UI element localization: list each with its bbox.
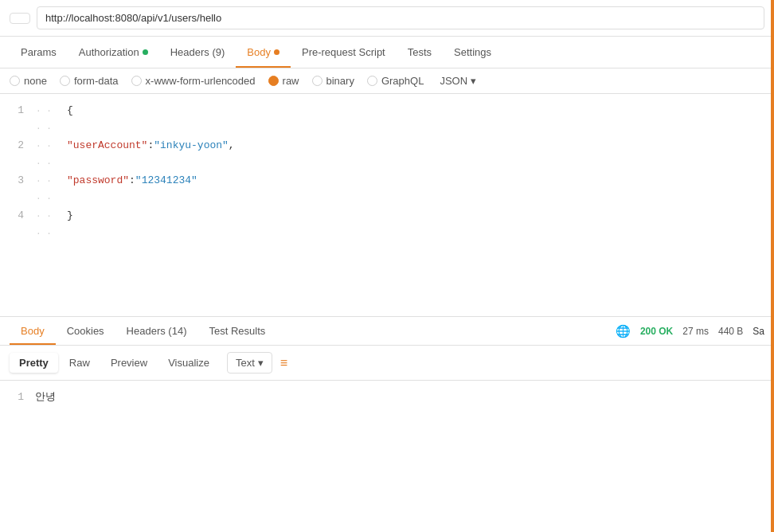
line-number-1: 1 [0, 102, 32, 119]
tab-tests[interactable]: Tests [397, 37, 443, 68]
radio-graphql[interactable]: GraphQL [367, 75, 424, 87]
line-number-2: 2 [0, 137, 32, 155]
radio-label-raw: raw [283, 75, 299, 87]
resp-opt-visualize[interactable]: Visualize [158, 353, 219, 373]
radio-circle-graphql [367, 76, 377, 86]
radio-label-urlencoded: x-www-form-urlencoded [146, 75, 256, 87]
json-type-dropdown[interactable]: JSON▾ [440, 75, 476, 87]
tab-body[interactable]: Body [236, 37, 291, 68]
method-selector[interactable] [10, 13, 30, 24]
line-gutter-2: · · · · [32, 137, 64, 172]
text-dropdown-label: Text [236, 357, 255, 369]
tab-prerequest[interactable]: Pre-request Script [291, 37, 397, 68]
request-tabs: ParamsAuthorizationHeaders (9)BodyPre-re… [0, 37, 774, 68]
radio-label-form-data: form-data [74, 75, 119, 87]
text-type-dropdown[interactable]: Text▾ [227, 352, 272, 374]
line-gutter-3: · · · · [32, 172, 64, 207]
resp-line-1: 1안녕 [0, 389, 774, 406]
line-content-1: { [64, 102, 774, 119]
line-number-3: 3 [0, 172, 32, 190]
radio-form-data[interactable]: form-data [60, 75, 119, 87]
line-gutter-4: · · · · [32, 207, 64, 242]
radio-circle-raw [268, 76, 279, 86]
radio-label-none: none [24, 75, 47, 87]
radio-label-binary: binary [326, 75, 354, 87]
url-bar [0, 0, 774, 37]
radio-raw[interactable]: raw [268, 75, 299, 87]
tab-dot-body [274, 49, 280, 55]
json-type-label: JSON [440, 75, 467, 87]
resp-opt-preview[interactable]: Preview [101, 353, 157, 373]
right-accent [771, 0, 774, 444]
text-chevron: ▾ [258, 357, 264, 369]
resp-tab-body[interactable]: Body [10, 317, 56, 345]
radio-binary[interactable]: binary [312, 75, 354, 87]
tab-headers[interactable]: Headers (9) [159, 37, 236, 68]
resp-tab-testresults[interactable]: Test Results [197, 317, 276, 345]
body-options: noneform-datax-www-form-urlencodedrawbin… [0, 68, 774, 94]
response-body: 1안녕 [0, 381, 774, 444]
radio-circle-form-data [60, 76, 70, 86]
response-tabs: BodyCookiesHeaders (14)Test Results 🌐 20… [0, 317, 774, 346]
radio-circle-binary [312, 76, 322, 86]
resp-opt-raw[interactable]: Raw [60, 353, 100, 373]
tab-settings[interactable]: Settings [443, 37, 502, 68]
radio-circle-urlencoded [131, 76, 142, 86]
globe-icon: 🌐 [616, 324, 631, 338]
radio-label-graphql: GraphQL [381, 75, 424, 87]
tab-params[interactable]: Params [10, 37, 68, 68]
resp-line-number-1: 1 [0, 389, 32, 406]
wrap-lines-icon[interactable]: ≡ [280, 356, 287, 370]
tab-dot-authorization [143, 49, 148, 55]
resp-tab-cookies[interactable]: Cookies [56, 317, 115, 345]
save-label[interactable]: Sa [752, 326, 764, 337]
code-line-3: 3· · · ·"password":"12341234" [0, 172, 774, 207]
line-number-4: 4 [0, 207, 32, 225]
code-line-2: 2· · · ·"userAccount":"inkyu-yoon", [0, 137, 774, 172]
status-ok: 200 OK [640, 326, 673, 337]
radio-circle-none [10, 76, 20, 86]
resp-tab-headers[interactable]: Headers (14) [115, 317, 198, 345]
resp-opt-pretty[interactable]: Pretty [10, 353, 58, 373]
radio-urlencoded[interactable]: x-www-form-urlencoded [131, 75, 256, 87]
json-chevron: ▾ [471, 75, 476, 87]
status-size: 440 B [718, 326, 743, 337]
line-content-4: } [64, 207, 774, 225]
response-options-row: PrettyRawPreviewVisualizeText▾≡ [0, 346, 774, 381]
code-editor[interactable]: 1· · · ·{2· · · ·"userAccount":"inkyu-yo… [0, 94, 774, 317]
line-content-2: "userAccount":"inkyu-yoon", [64, 137, 774, 155]
tab-authorization[interactable]: Authorization [68, 37, 159, 68]
line-content-3: "password":"12341234" [64, 172, 774, 190]
resp-line-content-1: 안녕 [32, 389, 774, 406]
status-time: 27 ms [682, 326, 709, 337]
url-input[interactable] [37, 6, 764, 29]
line-gutter-1: · · · · [32, 102, 64, 137]
response-status: 🌐 200 OK 27 ms 440 B Sa [616, 324, 764, 338]
code-line-1: 1· · · ·{ [0, 102, 774, 137]
code-line-4: 4· · · ·} [0, 207, 774, 242]
radio-none[interactable]: none [10, 75, 47, 87]
